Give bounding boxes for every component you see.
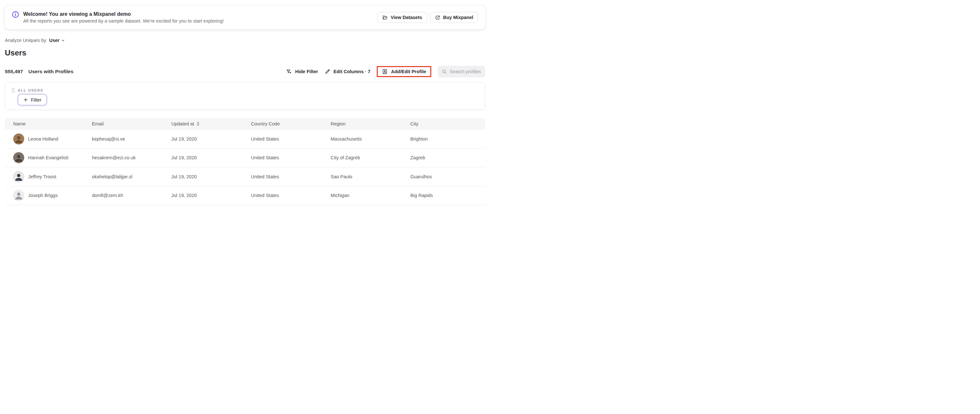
banner-subtitle: All the reports you see are powered by a… [23,18,377,24]
edit-columns-label: Edit Columns · 7 [334,69,370,74]
info-icon [12,11,19,18]
table-header-row: Name Email Updated at Country Code Regio… [5,118,485,130]
chevron-down-icon [61,38,65,43]
cell-name: Jeffrey Troost [28,174,56,179]
analyze-by-dropdown[interactable]: User [49,38,65,43]
filter-panel: ALL USERS Filter [5,82,485,110]
cell-email: hesakrem@ezi.co.uk [92,155,171,160]
cell-country: United States [251,136,331,141]
cell-email: okahelop@lalijpe.sl [92,174,171,179]
table-row[interactable]: Joseph Briggs domfi@zem.kh Jul 19, 2020 … [5,186,485,205]
cell-updated: Jul 19, 2020 [171,193,251,198]
column-header-label: Name [13,121,26,126]
welcome-banner: Welcome! You are viewing a Mixpanel demo… [5,5,485,29]
search-icon [442,69,447,74]
analyze-row: Analyze Uniques by User [5,38,65,43]
cell-country: United States [251,155,331,160]
profiles-count: 555,497 [5,69,23,75]
cell-name: Leona Holland [28,136,58,141]
profiles-count-label: Users with Profiles [29,69,73,75]
column-header-updated-at[interactable]: Updated at [171,121,251,126]
add-edit-profile-label: Add/Edit Profile [391,69,426,74]
group-label: ALL USERS [18,88,43,92]
column-header-label: Country Code [251,121,280,126]
sort-icon [196,122,200,126]
column-header-name[interactable]: Name [13,121,92,126]
cell-region: Massachusetts [331,136,410,141]
analyze-by-value: User [49,38,59,43]
column-header-email[interactable]: Email [92,121,171,126]
column-header-city[interactable]: City [410,121,485,126]
cell-city: Guarulhos [410,174,485,179]
users-table: Name Email Updated at Country Code Regio… [5,118,485,207]
table-row[interactable]: Jeffrey Troost okahelop@lalijpe.sl Jul 1… [5,167,485,186]
cell-updated: Jul 19, 2020 [171,155,251,160]
edit-columns-button[interactable]: Edit Columns · 7 [325,69,370,75]
plus-icon [23,97,28,102]
table-row[interactable]: Hannah Evangelisti hesakrem@ezi.co.uk Ju… [5,149,485,168]
search-profiles-input[interactable] [450,69,481,74]
cell-country: United States [251,193,331,198]
column-header-label: Updated at [171,121,194,126]
profile-badge-icon [382,69,388,75]
add-filter-label: Filter [31,97,41,103]
hide-filter-label: Hide Filter [295,69,318,74]
cell-updated: Jul 19, 2020 [171,136,251,141]
cell-region: City of Zagreb [331,155,410,160]
view-datasets-label: View Datasets [391,15,422,20]
add-edit-profile-highlight: Add/Edit Profile [377,66,431,77]
stats-toolbar: 555,497 Users with Profiles Hide Filter … [5,65,485,78]
buy-mixpanel-label: Buy Mixpanel [443,15,473,20]
cell-region: Sao Paulo [331,174,410,179]
folder-icon [382,15,388,20]
cell-city: Brighton [410,136,485,141]
avatar [13,190,24,201]
table-row[interactable]: Leona Holland kephesaj@si.ve Jul 19, 202… [5,130,485,149]
cell-email: domfi@zem.kh [92,193,171,198]
pencil-icon [325,69,330,75]
cell-country: United States [251,174,331,179]
cell-email: kephesaj@si.ve [92,136,171,141]
cell-name: Hannah Evangelisti [28,155,68,160]
column-header-label: Region [331,121,345,126]
drag-handle-icon[interactable] [12,88,15,93]
column-header-label: Email [92,121,103,126]
users-page: Welcome! You are viewing a Mixpanel demo… [0,0,490,207]
external-link-icon [435,15,440,20]
hide-filter-button[interactable]: Hide Filter [286,69,318,75]
cell-name: Joseph Briggs [28,193,58,198]
add-edit-profile-button[interactable]: Add/Edit Profile [382,69,426,75]
table-body: Leona Holland kephesaj@si.ve Jul 19, 202… [5,130,485,205]
avatar [13,152,24,163]
cell-updated: Jul 19, 2020 [171,174,251,179]
cell-city: Zagreb [410,155,485,160]
column-header-region[interactable]: Region [331,121,410,126]
column-header-country-code[interactable]: Country Code [251,121,331,126]
avatar [13,171,24,182]
view-datasets-button[interactable]: View Datasets [377,12,427,23]
banner-title: Welcome! You are viewing a Mixpanel demo [23,11,377,17]
add-filter-button[interactable]: Filter [18,95,46,105]
column-header-label: City [410,121,418,126]
cell-region: Michigan [331,193,410,198]
funnel-plus-icon [286,69,292,75]
cell-city: Big Rapids [410,193,485,198]
page-title: Users [5,48,27,57]
buy-mixpanel-button[interactable]: Buy Mixpanel [430,12,478,23]
search-profiles-box [438,66,485,78]
analyze-label: Analyze Uniques by [5,38,46,43]
avatar [13,133,24,144]
